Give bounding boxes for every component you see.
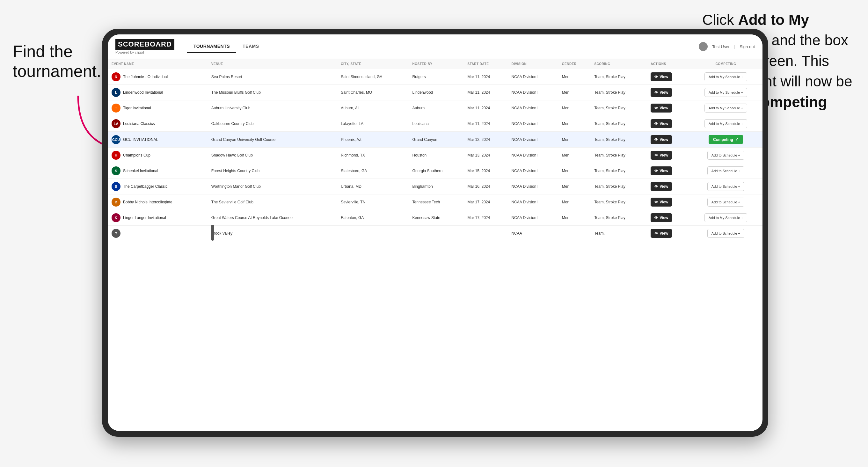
start-date-cell [464,226,507,241]
event-name-cell: LA Louisiana Classics [108,116,208,132]
table-row: H Champions Cup Shadow Hawk Golf ClubRic… [108,148,763,163]
view-button[interactable]: 👁View [651,213,672,222]
view-button[interactable]: 👁View [651,198,672,207]
team-logo: ? [112,229,121,238]
division-cell: NCAA Division I [507,100,558,116]
team-logo: K [112,213,121,222]
hosted-by-cell: Auburn [409,100,464,116]
city-cell: Auburn, AL [337,100,408,116]
actions-cell: 👁View [647,179,689,194]
view-button[interactable]: 👁View [651,166,672,175]
add-schedule-button[interactable]: Add to My Schedule + [705,119,747,128]
add-schedule-button[interactable]: Add to Schedule + [707,182,744,191]
team-logo: T [112,103,121,113]
view-button[interactable]: 👁View [651,72,672,81]
tab-tournaments[interactable]: TOURNAMENTS [187,40,236,53]
gender-cell: Men [558,85,591,100]
tablet-screen: SCOREBOARD Powered by clippd TOURNAMENTS… [108,34,763,431]
add-schedule-button[interactable]: Add to My Schedule + [705,88,747,97]
team-logo: R [112,72,121,81]
competing-cell: Competing ✓ [689,132,763,148]
division-cell: NCAA Division I [507,148,558,163]
hosted-by-cell: Tennessee Tech [409,194,464,210]
scoring-cell: Team, Stroke Play [590,100,647,116]
division-cell: NCAA Division I [507,210,558,226]
annotation-left: Find the tournament. [13,41,102,81]
scoring-cell: Team, Stroke Play [590,148,647,163]
check-icon: ✓ [735,137,739,142]
view-button[interactable]: 👁View [651,151,672,160]
eye-icon: 👁 [654,138,658,142]
venue-cell: Grand Canyon University Golf Course [208,132,337,148]
event-name-text: Linger Longer Invitational [123,216,166,220]
division-cell: NCAA Division I [507,116,558,132]
add-schedule-button[interactable]: Add to Schedule + [707,198,744,207]
city-cell: Statesboro, GA [337,163,408,179]
table-row: B The Carpetbagger Classic Worthington M… [108,179,763,194]
city-cell: Saint Charles, MO [337,85,408,100]
competing-cell: Add to My Schedule + [689,85,763,100]
start-date-cell: Mar 13, 2024 [464,148,507,163]
venue-cell: Oakbourne Country Club [208,116,337,132]
competing-cell: Add to My Schedule + [689,100,763,116]
hosted-by-cell: Louisiana [409,116,464,132]
eye-icon: 👁 [654,106,658,110]
col-hosted-by: HOSTED BY [409,59,464,69]
col-division: DIVISION [507,59,558,69]
gender-cell: Men [558,148,591,163]
hosted-by-cell: Lindenwood [409,85,464,100]
table-row: L Lindenwood Invitational The Missouri B… [108,85,763,100]
competing-button[interactable]: Competing ✓ [709,135,743,144]
division-cell: NCAA Division I [507,163,558,179]
table-row: LA Louisiana Classics Oakbourne Country … [108,116,763,132]
add-schedule-button[interactable]: Add to My Schedule + [705,72,747,81]
sign-out-link[interactable]: Sign out [740,44,755,49]
competing-cell: Add to Schedule + [689,194,763,210]
view-button[interactable]: 👁View [651,182,672,191]
actions-cell: 👁View [647,148,689,163]
view-button[interactable]: 👁View [651,135,672,144]
header-right: Test User | Sign out [699,42,755,51]
city-cell: Sevierville, TN [337,194,408,210]
app-header: SCOREBOARD Powered by clippd TOURNAMENTS… [108,34,763,59]
venue-cell: Sea Palms Resort [208,69,337,85]
start-date-cell: Mar 11, 2024 [464,69,507,85]
view-button[interactable]: 👁View [651,88,672,97]
view-button[interactable]: 👁View [651,119,672,128]
gender-cell: Men [558,132,591,148]
gender-cell: Men [558,210,591,226]
tournaments-table: EVENT NAME VENUE CITY, STATE HOSTED BY S… [108,59,763,241]
add-schedule-button[interactable]: Add to Schedule + [707,151,744,160]
hosted-by-cell: Binghamton [409,179,464,194]
view-button[interactable]: 👁View [651,229,672,238]
venue-cell: Shadow Hawk Golf Club [208,148,337,163]
table-row: T Tiger Invitational Auburn University C… [108,100,763,116]
actions-cell: 👁View [647,226,689,241]
col-start-date: START DATE [464,59,507,69]
gender-cell [558,226,591,241]
venue-cell: Brook Valley [208,226,337,241]
col-city: CITY, STATE [337,59,408,69]
col-gender: GENDER [558,59,591,69]
event-name-cell: B Bobby Nichols Intercollegiate [108,194,208,210]
eye-icon: 👁 [654,185,658,188]
event-name-text: Tiger Invitational [123,106,151,110]
view-button[interactable]: 👁View [651,103,672,113]
add-schedule-button[interactable]: Add to My Schedule + [705,103,747,113]
event-name-text: GCU INVITATIONAL [123,137,158,142]
tab-teams[interactable]: TEAMS [236,40,266,53]
user-name: Test User [712,44,730,49]
nav-tabs: TOURNAMENTS TEAMS [187,40,266,53]
scoring-cell: Team, Stroke Play [590,132,647,148]
eye-icon: 👁 [654,153,658,157]
add-schedule-button[interactable]: Add to My Schedule + [705,213,747,222]
add-schedule-button[interactable]: Add to Schedule + [707,166,744,175]
eye-icon: 👁 [654,216,658,220]
actions-cell: 👁View [647,210,689,226]
team-logo: LA [112,119,121,128]
add-schedule-button[interactable]: Add to Schedule + [707,229,744,238]
sidebar-handle[interactable] [211,225,214,241]
venue-cell: Great Waters Course At Reynolds Lake Oco… [208,210,337,226]
eye-icon: 👁 [654,200,658,204]
tablet-frame: SCOREBOARD Powered by clippd TOURNAMENTS… [102,29,768,437]
